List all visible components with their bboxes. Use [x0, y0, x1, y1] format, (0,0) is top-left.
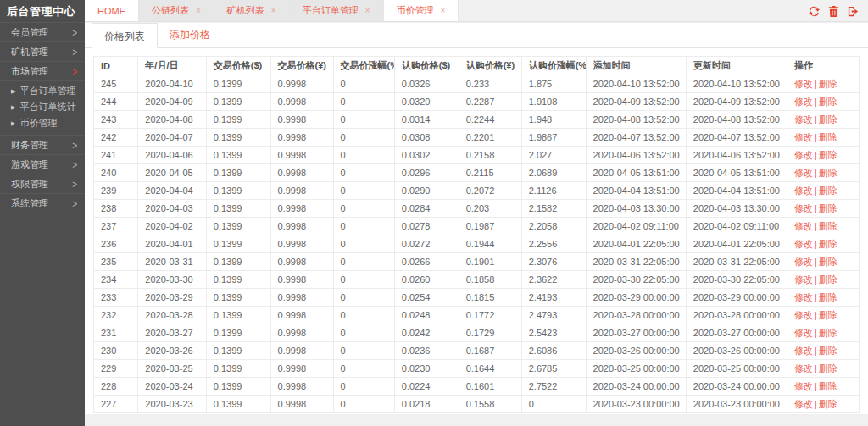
edit-link[interactable]: 修改 — [794, 79, 813, 89]
edit-link[interactable]: 修改 — [794, 97, 813, 107]
table-cell: 0 — [333, 93, 394, 111]
edit-link[interactable]: 修改 — [794, 257, 813, 267]
table-cell: 2020-04-09 13:52:00 — [686, 93, 787, 111]
delete-link[interactable]: 删除 — [819, 239, 837, 249]
edit-link[interactable]: 修改 — [794, 274, 813, 285]
edit-link[interactable]: 修改 — [794, 292, 813, 302]
tab-0[interactable]: HOME — [85, 0, 139, 21]
tab-4[interactable]: 币价管理× — [384, 0, 459, 21]
edit-link[interactable]: 修改 — [794, 346, 813, 356]
sidebar-subitem-2[interactable]: ▶币价管理 — [0, 115, 85, 131]
table-cell: 2.6086 — [521, 342, 586, 360]
delete-link[interactable]: 删除 — [819, 221, 837, 231]
table-cell-actions: 修改|删除 — [787, 271, 860, 289]
subtab-0[interactable]: 价格列表 — [92, 23, 158, 48]
table-cell: 230 — [94, 342, 138, 360]
delete-link[interactable]: 删除 — [819, 79, 837, 89]
edit-link[interactable]: 修改 — [794, 239, 813, 249]
table-cell: 2.0689 — [521, 164, 586, 182]
delete-link[interactable]: 删除 — [819, 132, 837, 142]
action-separator: | — [815, 239, 817, 249]
sidebar-item-5[interactable]: 权限管理> — [0, 174, 85, 194]
close-icon[interactable]: × — [441, 6, 446, 15]
table-cell: 2020-04-05 13:51:00 — [586, 164, 686, 182]
edit-link[interactable]: 修改 — [794, 221, 813, 231]
edit-link[interactable]: 修改 — [794, 363, 813, 373]
column-header-7: 认购价涨幅(%) — [521, 57, 586, 75]
table-cell: 0 — [333, 235, 394, 253]
action-separator: | — [815, 257, 817, 267]
column-header-9: 更新时间 — [686, 57, 787, 75]
table-cell: 2.6785 — [521, 360, 586, 378]
table-cell: 0.1399 — [206, 235, 270, 253]
table-cell: 0 — [333, 200, 394, 218]
delete-link[interactable]: 删除 — [819, 381, 837, 391]
edit-link[interactable]: 修改 — [794, 381, 813, 391]
sidebar-item-4[interactable]: 游戏管理> — [0, 155, 85, 174]
close-icon[interactable]: × — [271, 6, 276, 15]
sidebar-item-1[interactable]: 矿机管理> — [0, 42, 85, 62]
trash-icon[interactable] — [827, 5, 840, 18]
table-cell-actions: 修改|删除 — [787, 129, 860, 147]
delete-link[interactable]: 删除 — [819, 257, 837, 267]
edit-link[interactable]: 修改 — [794, 328, 813, 338]
table-cell: 0.9998 — [270, 307, 333, 324]
table-cell: 2020-04-04 13:51:00 — [586, 182, 686, 200]
table-cell: 2020-04-10 13:52:00 — [586, 75, 686, 93]
delete-link[interactable]: 删除 — [819, 203, 837, 213]
delete-link[interactable]: 删除 — [819, 292, 837, 302]
table-cell: 241 — [94, 147, 138, 164]
content-panel: 价格列表添加价格 ID年/月/日交易价格($)交易价格(¥)交易价涨幅(%)认购… — [85, 23, 868, 414]
edit-link[interactable]: 修改 — [794, 168, 813, 178]
column-header-10: 操作 — [787, 57, 860, 75]
table-cell: 2020-04-08 13:52:00 — [686, 111, 787, 129]
edit-link[interactable]: 修改 — [794, 203, 813, 213]
edit-link[interactable]: 修改 — [794, 399, 813, 409]
tab-1[interactable]: 公链列表× — [139, 0, 214, 21]
delete-link[interactable]: 删除 — [819, 114, 837, 124]
close-icon[interactable]: × — [365, 6, 370, 15]
table-cell: 0.1399 — [206, 289, 270, 307]
delete-link[interactable]: 删除 — [819, 363, 837, 373]
tab-3[interactable]: 平台订单管理× — [290, 0, 384, 21]
table-cell-actions: 修改|删除 — [787, 200, 860, 218]
logout-icon[interactable] — [847, 5, 860, 18]
table-cell: 0 — [333, 271, 394, 289]
table-row: 2412020-04-060.13990.999800.03020.21582.… — [94, 147, 860, 164]
delete-link[interactable]: 删除 — [819, 346, 837, 356]
delete-link[interactable]: 删除 — [819, 185, 837, 196]
tab-label: 币价管理 — [397, 4, 434, 17]
tab-2[interactable]: 矿机列表× — [214, 0, 290, 21]
column-header-1: 年/月/日 — [138, 57, 206, 75]
close-icon[interactable]: × — [196, 6, 201, 15]
edit-link[interactable]: 修改 — [794, 185, 813, 196]
delete-link[interactable]: 删除 — [819, 150, 837, 160]
delete-link[interactable]: 删除 — [819, 97, 837, 107]
edit-link[interactable]: 修改 — [794, 310, 813, 320]
table-cell: 0.2287 — [459, 93, 521, 111]
sidebar-subitem-0[interactable]: ▶平台订单管理 — [0, 83, 85, 99]
subtab-1[interactable]: 添加价格 — [158, 22, 222, 47]
sidebar-item-6[interactable]: 系统管理> — [0, 194, 85, 213]
edit-link[interactable]: 修改 — [794, 114, 813, 124]
table-cell: 0.2201 — [459, 129, 521, 147]
sidebar-item-label: 矿机管理 — [11, 47, 48, 57]
sidebar-item-2[interactable]: 市场管理> — [0, 62, 85, 81]
action-separator: | — [815, 328, 817, 338]
edit-link[interactable]: 修改 — [794, 150, 813, 160]
table-cell: 0.1399 — [206, 360, 270, 378]
table-cell: 0.0266 — [394, 253, 459, 271]
delete-link[interactable]: 删除 — [819, 328, 837, 338]
action-separator: | — [815, 292, 817, 302]
refresh-icon[interactable] — [808, 5, 821, 18]
edit-link[interactable]: 修改 — [794, 132, 813, 142]
table-cell: 0.0236 — [394, 342, 459, 360]
delete-link[interactable]: 删除 — [819, 274, 837, 285]
sidebar-item-3[interactable]: 财务管理> — [0, 136, 85, 155]
sidebar-item-0[interactable]: 会员管理> — [0, 23, 85, 42]
delete-link[interactable]: 删除 — [819, 399, 837, 409]
table-cell: 229 — [94, 360, 138, 378]
delete-link[interactable]: 删除 — [819, 310, 837, 320]
sidebar-subitem-1[interactable]: ▶平台订单统计 — [0, 99, 85, 115]
delete-link[interactable]: 删除 — [819, 168, 837, 178]
